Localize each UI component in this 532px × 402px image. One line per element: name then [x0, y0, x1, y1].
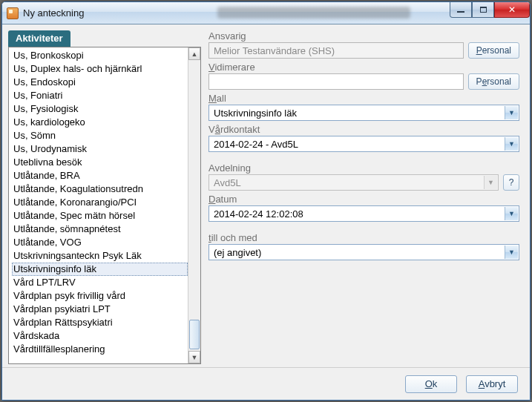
chevron-down-icon: ▼	[505, 207, 518, 220]
label-avdelning: Avdelning	[208, 162, 519, 174]
select-tom[interactable]: (ej angivet) ▼	[208, 244, 519, 260]
chevron-down-icon: ▼	[505, 137, 518, 151]
input-ansvarig	[208, 42, 464, 59]
list-item[interactable]: Utlåtande, Koagulationsutredn	[12, 182, 188, 196]
list-item[interactable]: Utlåtande, Koronarangio/PCI	[12, 196, 188, 209]
scrollbar-vertical[interactable]: ▲ ▼	[188, 47, 200, 363]
button-vidimerare-personal[interactable]: Personal	[468, 73, 519, 90]
field-avdelning: Avdelning Avd5L ▼ ?	[208, 162, 519, 191]
label-tom: till och med	[208, 232, 519, 244]
label-datum: Datum	[208, 194, 519, 205]
select-mall-value: Utskrivningsinfo läk	[214, 108, 297, 119]
activities-list[interactable]: Us, BronkoskopiUs, Duplex hals- och hjär…	[9, 47, 188, 363]
list-item[interactable]: Us, Sömn	[12, 129, 188, 142]
window-title: Ny anteckning	[23, 7, 84, 19]
list-item[interactable]: Utlåtande, VOG	[12, 236, 188, 249]
field-vidimerare: Vidimerare Personal	[208, 62, 519, 90]
list-item[interactable]: Vårdplan psyk frivillig vård	[12, 289, 188, 303]
label-vidimerare: Vidimerare	[208, 62, 519, 73]
titlebar[interactable]: Ny anteckning ✕	[2, 2, 530, 24]
button-avdelning-help[interactable]: ?	[503, 174, 519, 191]
content-area: Aktiviteter Us, BronkoskopiUs, Duplex ha…	[2, 24, 530, 367]
titlebar-blurred-text	[217, 7, 410, 19]
scroll-down-arrow-icon[interactable]: ▼	[188, 351, 200, 363]
maximize-button[interactable]	[472, 2, 494, 18]
field-ansvarig: Ansvarig Personal	[208, 30, 519, 59]
activities-listbox: Us, BronkoskopiUs, Duplex hals- och hjär…	[8, 47, 201, 364]
dialog-window: Ny anteckning ✕ Aktiviteter Us, Bronkosk…	[1, 1, 531, 401]
scroll-up-arrow-icon[interactable]: ▲	[188, 47, 200, 60]
select-tom-value: (ej angivet)	[214, 247, 261, 258]
dialog-footer: Ok Avbryt	[2, 367, 530, 400]
select-datum[interactable]: 2014-02-24 12:02:08 ▼	[208, 205, 519, 222]
select-avdelning-value: Avd5L	[214, 177, 241, 188]
label-mall: Mall	[208, 93, 519, 105]
list-item[interactable]: Vård LPT/LRV	[12, 276, 188, 289]
field-mall: Mall Utskrivningsinfo läk ▼	[208, 93, 519, 121]
chevron-down-icon: ▼	[505, 106, 518, 119]
list-item[interactable]: Us, Fysiologisk	[12, 102, 188, 116]
list-item[interactable]: Utlåtande, Spec mätn hörsel	[12, 209, 188, 223]
list-item[interactable]: Utskrivningsinfo läk	[12, 263, 188, 276]
label-vardkontakt: Vårdkontakt	[208, 124, 519, 136]
scroll-thumb[interactable]	[189, 320, 200, 349]
list-item[interactable]: Us, Foniatri	[12, 89, 188, 102]
button-ansvarig-personal[interactable]: Personal	[468, 42, 519, 59]
field-tom: till och med (ej angivet) ▼	[208, 232, 519, 260]
minimize-button[interactable]	[450, 2, 472, 18]
list-item[interactable]: Vårdplan psykiatri LPT	[12, 303, 188, 316]
list-item[interactable]: Utskrivningsanteckn Psyk Läk	[12, 249, 188, 263]
tab-header: Aktiviteter	[8, 30, 201, 47]
field-datum: Datum 2014-02-24 12:02:08 ▼	[208, 194, 519, 222]
cancel-button[interactable]: Avbryt	[466, 375, 518, 393]
input-vidimerare[interactable]	[208, 73, 464, 90]
list-item[interactable]: Uteblivna besök	[12, 156, 188, 169]
cancel-text: vbryt	[485, 378, 505, 389]
btn-text: ersonal	[482, 45, 511, 56]
list-item[interactable]: Us, Bronkoskopi	[12, 49, 188, 62]
list-item[interactable]: Us, kardiologeko	[12, 116, 188, 129]
field-vardkontakt: Vårdkontakt 2014-02-24 - Avd5L ▼	[208, 124, 519, 152]
tab-aktiviteter[interactable]: Aktiviteter	[8, 30, 70, 47]
select-avdelning: Avd5L ▼	[208, 174, 499, 191]
list-item[interactable]: Us, Endoskopi	[12, 76, 188, 89]
left-panel: Aktiviteter Us, BronkoskopiUs, Duplex ha…	[8, 30, 201, 367]
chevron-down-icon: ▼	[484, 176, 497, 189]
chevron-down-icon: ▼	[505, 246, 518, 259]
window-controls: ✕	[450, 2, 530, 18]
list-item[interactable]: Vårdtillfällesplanering	[12, 343, 188, 356]
list-item[interactable]: Us, Urodynamisk	[12, 142, 188, 156]
scroll-track[interactable]	[188, 60, 200, 351]
list-item[interactable]: Utlåtande, BRA	[12, 169, 188, 182]
select-vardkontakt[interactable]: 2014-02-24 - Avd5L ▼	[208, 136, 519, 152]
select-datum-value: 2014-02-24 12:02:08	[214, 208, 303, 220]
label-ansvarig: Ansvarig	[208, 30, 519, 42]
ok-button[interactable]: Ok	[405, 375, 457, 393]
select-vardkontakt-value: 2014-02-24 - Avd5L	[214, 139, 298, 150]
list-item[interactable]: Vårdskada	[12, 329, 188, 343]
list-item[interactable]: Utlåtande, sömnapnétest	[12, 223, 188, 236]
right-panel: Ansvarig Personal Vidimerare Personal Ma…	[208, 30, 522, 367]
ok-text: k	[433, 378, 438, 389]
app-icon	[7, 7, 19, 19]
select-mall[interactable]: Utskrivningsinfo läk ▼	[208, 105, 519, 121]
close-button[interactable]: ✕	[494, 2, 530, 18]
btn-text: rsonal	[487, 76, 511, 87]
list-item[interactable]: Us, Duplex hals- och hjärnkärl	[12, 62, 188, 76]
list-item[interactable]: Vårdplan Rättspsykiatri	[12, 316, 188, 329]
